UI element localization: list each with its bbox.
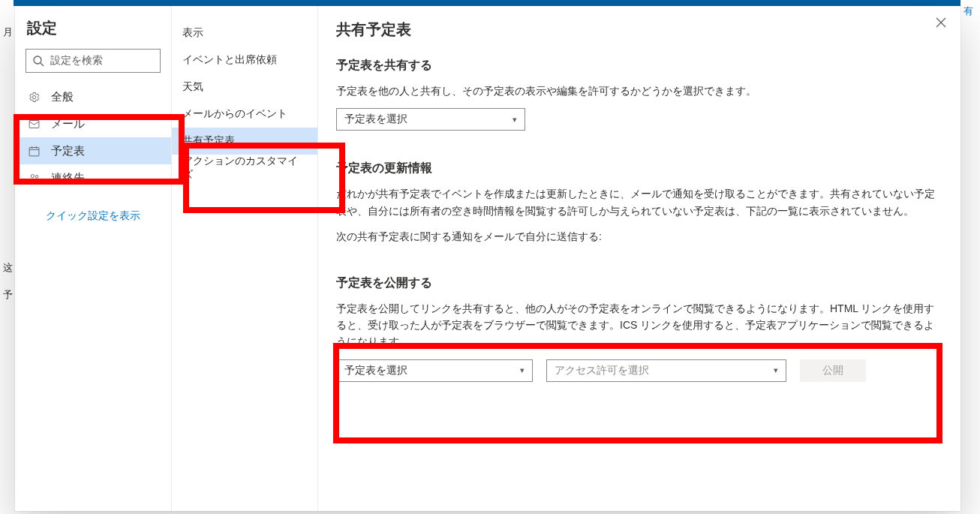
midnav-events-from-mail[interactable]: メールからのイベント [172, 101, 317, 128]
section-share-calendar: 予定表を共有する 予定表を他の人と共有し、その予定表の表示や編集を許可するかどう… [336, 58, 942, 131]
section-publish-calendar: 予定表を公開する 予定表を公開してリンクを共有すると、他の人がその予定表をオンラ… [336, 275, 942, 382]
bg-text: 予 [3, 288, 13, 302]
svg-point-8 [31, 174, 34, 177]
calendar-icon [27, 144, 41, 158]
publish-permission-dropdown[interactable]: アクセス許可を選択 ▾ [546, 359, 786, 382]
publish-calendar-dropdown[interactable]: 予定表を選択 ▾ [336, 359, 533, 382]
settings-modal: 設定 設定を検索 全般 メール [15, 6, 960, 511]
midnav-view[interactable]: 表示 [172, 20, 317, 47]
svg-point-0 [34, 56, 41, 64]
settings-search-input[interactable]: 設定を検索 [26, 49, 161, 73]
dropdown-label: 予定表を選択 [344, 113, 407, 126]
people-icon [27, 171, 41, 185]
mid-nav-list: 表示 イベントと出席依頼 天気 メールからのイベント 共有予定表 アクションのカ… [172, 20, 317, 182]
nav-people[interactable]: 連絡先 [15, 164, 171, 191]
quick-settings-link[interactable]: クイック設定を表示 [15, 191, 171, 241]
publish-button[interactable]: 公開 [800, 359, 866, 382]
section-desc: 予定表を公開してリンクを共有すると、他の人がその予定表をオンラインで閲覧できるよ… [336, 300, 942, 350]
settings-left-nav: 全般 メール 予定表 連絡先 [15, 83, 171, 191]
settings-content: 共有予定表 予定表を共有する 予定表を他の人と共有し、その予定表の表示や編集を許… [318, 6, 960, 511]
section-desc: だれかが共有予定表でイベントを作成または更新したときに、メールで通知を受け取るこ… [336, 185, 942, 219]
nav-label: 全般 [51, 90, 74, 104]
nav-general[interactable]: 全般 [15, 83, 171, 110]
publish-row: 予定表を選択 ▾ アクセス許可を選択 ▾ 公開 [336, 359, 942, 382]
nav-label: 予定表 [51, 144, 85, 158]
section-title: 予定表を公開する [336, 275, 942, 291]
close-button[interactable] [935, 17, 947, 32]
close-icon [935, 17, 947, 29]
nav-label: メール [51, 117, 85, 131]
svg-rect-3 [29, 120, 39, 128]
section-title: 予定表の更新情報 [336, 161, 942, 176]
chevron-down-icon: ▾ [513, 115, 517, 125]
bg-text: 月 [3, 26, 13, 39]
midnav-events[interactable]: イベントと出席依頼 [172, 47, 317, 74]
bg-app-bar [0, 0, 980, 6]
dropdown-label: 予定表を選択 [344, 364, 407, 377]
search-wrap: 設定を検索 [15, 49, 171, 80]
bg-text: 这 [3, 261, 13, 275]
midnav-customize-actions[interactable]: アクションのカスタマイズ [172, 155, 317, 182]
mail-icon [27, 117, 41, 131]
svg-point-9 [35, 175, 38, 178]
nav-calendar[interactable]: 予定表 [15, 137, 171, 164]
gear-icon [27, 90, 41, 104]
dropdown-label: アクセス許可を選択 [555, 364, 649, 377]
nav-label: 連絡先 [51, 171, 85, 185]
chevron-down-icon: ▾ [774, 365, 778, 375]
section-calendar-updates: 予定表の更新情報 だれかが共有予定表でイベントを作成または更新したときに、メール… [336, 161, 942, 245]
nav-mail[interactable]: メール [15, 110, 171, 137]
section-title: 予定表を共有する [336, 58, 942, 74]
svg-point-2 [32, 95, 35, 98]
svg-line-1 [41, 63, 44, 66]
content-heading: 共有予定表 [336, 20, 942, 40]
bg-text: 有 [963, 5, 973, 18]
section-desc2: 次の共有予定表に関する通知をメールで自分に送信する: [336, 228, 942, 245]
svg-rect-4 [29, 147, 39, 155]
bg-left-strip: 月 这 予 [0, 0, 14, 514]
search-icon [32, 55, 44, 67]
section-desc: 予定表を他の人と共有し、その予定表の表示や編集を許可するかどうかを選択できます。 [336, 83, 942, 99]
settings-mid-column: 表示 イベントと出席依頼 天気 メールからのイベント 共有予定表 アクションのカ… [172, 6, 318, 511]
bg-right-strip: 有 [960, 0, 980, 514]
search-placeholder: 設定を検索 [44, 54, 103, 68]
chevron-down-icon: ▾ [520, 365, 525, 375]
settings-title: 設定 [15, 18, 171, 49]
midnav-shared-calendars[interactable]: 共有予定表 [172, 128, 317, 155]
share-calendar-dropdown[interactable]: 予定表を選択 ▾ [336, 108, 525, 131]
settings-left-column: 設定 設定を検索 全般 メール [15, 6, 172, 511]
midnav-weather[interactable]: 天気 [172, 74, 317, 101]
